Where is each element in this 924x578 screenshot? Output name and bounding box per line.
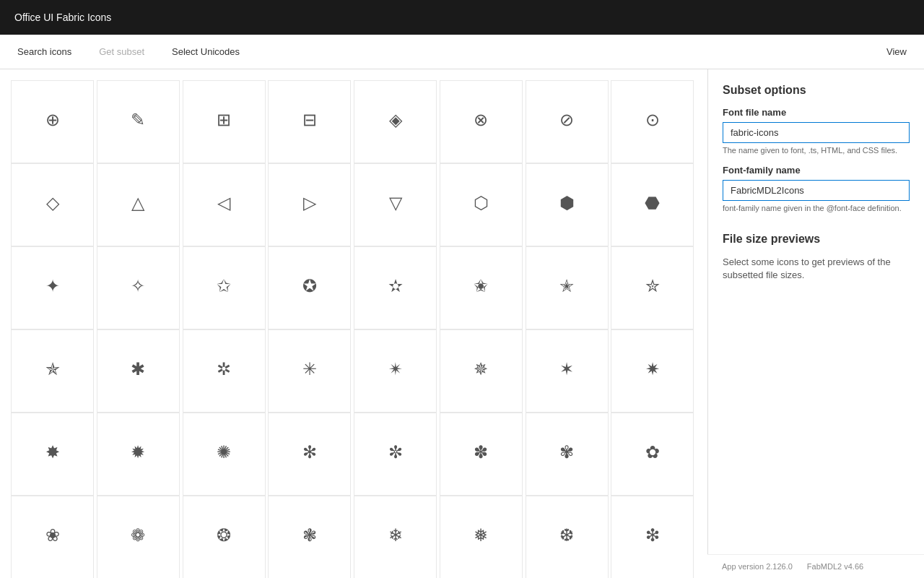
icon-cell[interactable]: ✾ <box>526 413 609 496</box>
nav-view[interactable]: View <box>884 35 910 69</box>
icon-glyph: ❄ <box>388 525 403 545</box>
icon-cell[interactable]: ✺ <box>183 413 266 496</box>
subset-options-title: Subset options <box>723 84 910 97</box>
icon-cell[interactable]: ◇ <box>11 163 94 246</box>
icon-cell[interactable]: ✫ <box>354 246 437 329</box>
icon-cell[interactable]: ❁ <box>97 496 180 578</box>
icon-glyph: ⊗ <box>474 110 488 130</box>
icon-cell[interactable]: ✯ <box>11 329 94 413</box>
icon-glyph: ❇ <box>645 525 660 545</box>
icon-cell[interactable]: ⊟ <box>268 80 351 163</box>
icon-glyph: ✮ <box>645 276 660 296</box>
icon-cell[interactable]: ⬡ <box>440 163 523 246</box>
icon-glyph: ⊙ <box>645 110 660 130</box>
icon-glyph: ✽ <box>474 442 488 462</box>
icon-cell[interactable]: ⬢ <box>526 163 609 246</box>
icon-glyph: ◇ <box>46 193 59 213</box>
icon-glyph: ✫ <box>388 276 403 296</box>
icon-cell[interactable]: ◈ <box>354 80 437 163</box>
icon-cell[interactable]: ✹ <box>97 413 180 496</box>
icon-cell[interactable]: ❀ <box>11 496 94 578</box>
icon-cell[interactable]: ❅ <box>440 496 523 578</box>
icon-glyph: ✸ <box>45 442 60 462</box>
icon-glyph: ◁ <box>217 193 230 213</box>
icon-cell[interactable]: ⊗ <box>440 80 523 163</box>
icon-cell[interactable]: ⊞ <box>183 80 266 163</box>
icon-glyph: ✷ <box>645 359 660 379</box>
icon-glyph: ✻ <box>302 442 317 462</box>
icon-cell[interactable]: ❃ <box>268 496 351 578</box>
icon-cell[interactable]: ✼ <box>354 413 437 496</box>
icon-cell[interactable]: ✴ <box>354 329 437 413</box>
icon-glyph: ⊘ <box>559 110 574 130</box>
icon-glyph: ✾ <box>559 442 574 462</box>
icon-cell[interactable]: ❇ <box>611 496 694 578</box>
icon-cell[interactable]: ▽ <box>354 163 437 246</box>
icon-cell[interactable]: ✦ <box>11 246 94 329</box>
icon-glyph: ❆ <box>559 525 574 545</box>
icon-glyph: ✯ <box>45 359 60 379</box>
navbar: Search icons Get subset Select Unicodes … <box>0 35 924 69</box>
icon-cell[interactable]: ✳ <box>268 329 351 413</box>
icon-cell[interactable]: ❆ <box>526 496 609 578</box>
icon-cell[interactable]: ✲ <box>183 329 266 413</box>
icon-glyph: ❀ <box>45 525 60 545</box>
font-family-name-label: Font-family name <box>723 165 910 176</box>
icon-cell[interactable]: ✱ <box>97 329 180 413</box>
file-size-previews-description: Select some icons to get previews of the… <box>723 256 910 282</box>
icon-cell[interactable]: ✿ <box>611 413 694 496</box>
icon-cell[interactable]: ▷ <box>268 163 351 246</box>
icon-glyph: ✬ <box>474 276 488 296</box>
icon-cell[interactable]: ✷ <box>611 329 694 413</box>
font-file-name-input[interactable] <box>723 122 910 143</box>
icon-glyph: ◈ <box>389 110 402 130</box>
nav-search-icons[interactable]: Search icons <box>14 35 74 69</box>
icon-glyph: ✹ <box>131 442 145 462</box>
icon-cell[interactable]: ⊙ <box>611 80 694 163</box>
icon-cell[interactable]: ✭ <box>526 246 609 329</box>
icon-cell[interactable]: △ <box>97 163 180 246</box>
icon-glyph: ✎ <box>131 110 145 130</box>
icon-cell[interactable]: ✸ <box>11 413 94 496</box>
file-size-previews-title: File size previews <box>723 233 910 246</box>
icon-glyph: ✧ <box>131 276 145 296</box>
icon-glyph: ✺ <box>217 442 231 462</box>
sidebar: Subset options Font file name The name g… <box>707 69 924 578</box>
icon-glyph: ❅ <box>474 525 488 545</box>
font-family-name-input[interactable] <box>723 180 910 201</box>
icon-glyph: ⊕ <box>45 110 60 130</box>
icon-cell[interactable]: ✻ <box>268 413 351 496</box>
icon-glyph: ⊞ <box>217 110 231 130</box>
icon-grid: ⊕✎⊞⊟◈⊗⊘⊙◇△◁▷▽⬡⬢⬣✦✧✩✪✫✬✭✮✯✱✲✳✴✵✶✷✸✹✺✻✼✽✾✿… <box>11 80 697 578</box>
font-file-name-hint: The name given to font, .ts, HTML, and C… <box>723 146 910 155</box>
icon-cell[interactable]: ⊘ <box>526 80 609 163</box>
icon-cell[interactable]: ⬣ <box>611 163 694 246</box>
icon-cell[interactable]: ✎ <box>97 80 180 163</box>
icon-cell[interactable]: ✮ <box>611 246 694 329</box>
icon-cell[interactable]: ❄ <box>354 496 437 578</box>
icon-cell[interactable]: ⊕ <box>11 80 94 163</box>
icon-cell[interactable]: ✧ <box>97 246 180 329</box>
fabric-version: FabMDL2 v4.66 <box>807 562 863 571</box>
app-version: App version 2.126.0 <box>722 562 793 571</box>
font-family-name-hint: font-family name given in the @font-face… <box>723 204 910 212</box>
icon-cell[interactable]: ✬ <box>440 246 523 329</box>
icon-glyph: ✼ <box>388 442 403 462</box>
icon-cell[interactable]: ✩ <box>183 246 266 329</box>
icon-cell[interactable]: ✪ <box>268 246 351 329</box>
icon-glyph: ▷ <box>303 193 316 213</box>
icon-glyph: ❁ <box>131 525 145 545</box>
nav-select-unicodes[interactable]: Select Unicodes <box>169 35 243 69</box>
icon-glyph: ✵ <box>474 359 488 379</box>
icon-glyph: ⬡ <box>474 193 489 213</box>
icon-cell[interactable]: ✵ <box>440 329 523 413</box>
icon-glyph: ✭ <box>559 276 574 296</box>
icon-cell[interactable]: ◁ <box>183 163 266 246</box>
icon-cell[interactable]: ✽ <box>440 413 523 496</box>
icon-cell[interactable]: ✶ <box>526 329 609 413</box>
icon-glyph: ✱ <box>131 359 145 379</box>
icon-glyph: ⊟ <box>302 110 317 130</box>
icon-cell[interactable]: ❂ <box>183 496 266 578</box>
icon-glyph: ✳ <box>302 359 317 379</box>
icon-glyph: ✦ <box>45 276 60 296</box>
